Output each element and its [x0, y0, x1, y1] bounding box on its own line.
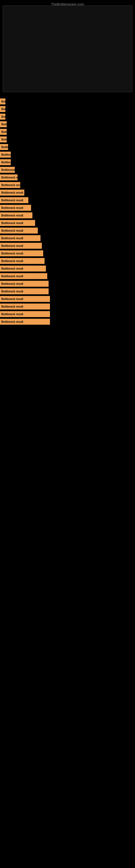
result-row: Bottleneck result — [0, 113, 135, 120]
bottleneck-result-bar[interactable]: Bottleneck result — [0, 281, 49, 287]
bottleneck-result-bar[interactable]: Bottleneck result — [0, 227, 38, 234]
bottleneck-result-bar[interactable]: Bottleneck result — [0, 205, 31, 211]
result-row: Bottleneck result — [0, 219, 135, 227]
result-row: Bottleneck result — [0, 257, 135, 265]
bottleneck-result-bar[interactable]: Bottleneck result — [0, 243, 42, 249]
result-row: Bottleneck result — [0, 265, 135, 272]
result-row: Bottleneck result — [0, 158, 135, 166]
result-row: Bottleneck result — [0, 196, 135, 204]
bottleneck-result-bar[interactable]: Bottleneck result — [0, 258, 45, 264]
bottleneck-result-bar[interactable]: Bottleneck result — [0, 212, 32, 218]
bottleneck-result-bar[interactable]: Bottleneck result — [0, 152, 11, 158]
result-row: Bottleneck result — [0, 235, 135, 242]
bottleneck-result-bar[interactable]: Bottleneck result — [0, 129, 7, 135]
bottleneck-result-bar[interactable]: Bottleneck result — [0, 273, 47, 279]
bottleneck-result-bar[interactable]: Bottleneck result — [0, 288, 49, 294]
bottleneck-result-bar[interactable]: Bottleneck result — [0, 197, 28, 203]
result-row: Bottleneck result — [0, 151, 135, 158]
bottleneck-result-bar[interactable]: Bottleneck result — [0, 190, 24, 195]
bottleneck-result-bar[interactable]: Bottleneck result — [0, 296, 50, 302]
bottleneck-result-bar[interactable]: Bottleneck result — [0, 319, 50, 325]
result-row: Bottleneck result — [0, 318, 135, 326]
result-row: Bottleneck result — [0, 204, 135, 212]
result-row: Bottleneck result — [0, 303, 135, 310]
result-row: Bottleneck result — [0, 250, 135, 257]
bottleneck-result-bar[interactable]: Bottleneck result — [0, 106, 5, 112]
bottleneck-result-bar[interactable]: Bottleneck result — [0, 220, 35, 226]
chart-inner — [3, 5, 132, 92]
result-row: Bottleneck result — [0, 98, 135, 105]
bottleneck-result-bar[interactable]: Bottleneck result — [0, 114, 5, 120]
result-row: Bottleneck result — [0, 280, 135, 287]
result-row: Bottleneck result — [0, 120, 135, 128]
bottleneck-result-bar[interactable]: Bottleneck result — [0, 250, 43, 256]
bottleneck-result-bar[interactable]: Bottleneck result — [0, 121, 7, 127]
result-row: Bottleneck result — [0, 295, 135, 303]
result-row: Bottleneck result — [0, 212, 135, 219]
bottleneck-result-bar[interactable]: Bottleneck result — [0, 175, 17, 180]
result-row: Bottleneck result — [0, 174, 135, 181]
result-row: Bottleneck result — [0, 242, 135, 250]
result-row: Bottleneck result — [0, 287, 135, 295]
result-row: Bottleneck result — [0, 272, 135, 280]
result-row: Bottleneck result — [0, 310, 135, 318]
result-row: Bottleneck result — [0, 128, 135, 135]
bottleneck-result-bar[interactable]: Bottleneck result — [0, 159, 11, 165]
bottleneck-result-bar[interactable]: Bottleneck result — [0, 98, 5, 104]
chart-area — [3, 5, 132, 92]
bottleneck-result-bar[interactable]: Bottleneck result — [0, 235, 41, 241]
bottleneck-result-bar[interactable]: Bottleneck result — [0, 136, 7, 143]
bottleneck-result-bar[interactable]: Bottleneck result — [0, 311, 50, 317]
bottleneck-result-bar[interactable]: Bottleneck result — [0, 144, 8, 150]
results-container: Bottleneck resultBottleneck resultBottle… — [0, 98, 135, 326]
result-row: Bottleneck result — [0, 181, 135, 189]
bottleneck-result-bar[interactable]: Bottleneck result — [0, 167, 15, 173]
result-row: Bottleneck result — [0, 135, 135, 143]
bottleneck-result-bar[interactable]: Bottleneck result — [0, 304, 50, 310]
result-row: Bottleneck result — [0, 227, 135, 235]
result-row: Bottleneck result — [0, 105, 135, 113]
result-row: Bottleneck result — [0, 166, 135, 174]
bottleneck-result-bar[interactable]: Bottleneck result — [0, 182, 20, 188]
bottleneck-result-bar[interactable]: Bottleneck result — [0, 266, 46, 272]
result-row: Bottleneck result — [0, 189, 135, 196]
result-row: Bottleneck result — [0, 143, 135, 151]
